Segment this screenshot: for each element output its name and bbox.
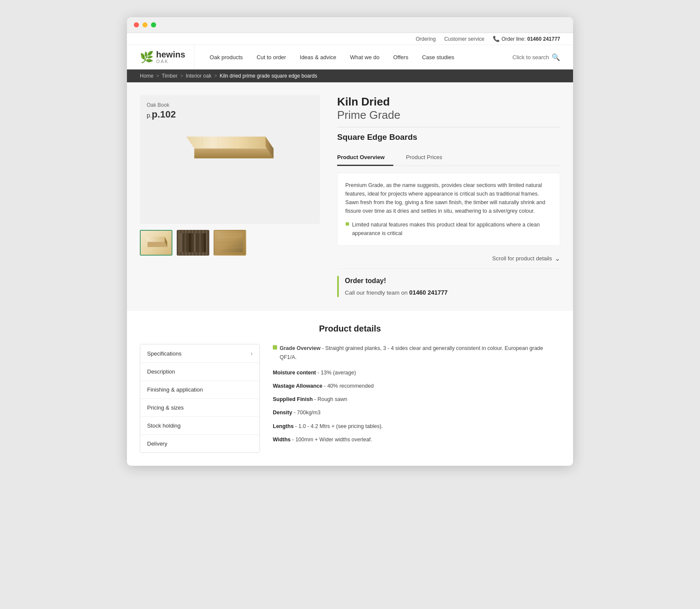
- product-title-line2: Prime Grade: [337, 109, 560, 122]
- svg-rect-15: [199, 233, 201, 252]
- spec-widths: Widths - 100mm + Wider widths overleaf.: [273, 435, 560, 444]
- svg-marker-1: [194, 148, 274, 158]
- svg-marker-8: [148, 242, 167, 247]
- browser-chrome: [127, 17, 573, 33]
- green-square-icon: [273, 345, 277, 350]
- utility-bar: Ordering Customer service 📞 Order line: …: [127, 33, 573, 45]
- accordion-finishing-label: Finishing & application: [147, 386, 203, 393]
- customer-service-link[interactable]: Customer service: [444, 36, 484, 42]
- bullet-item: ■ Limited natural features makes this pr…: [345, 220, 552, 238]
- oak-book-page: p.p.102: [147, 109, 176, 120]
- widths-dash: -: [292, 437, 296, 443]
- tab-prices[interactable]: Product Prices: [406, 150, 451, 166]
- svg-rect-13: [189, 233, 191, 252]
- nav-what-we-do[interactable]: What we do: [343, 46, 386, 68]
- overview-text: Premium Grade, as the name suggests, pro…: [345, 181, 552, 215]
- svg-marker-0: [186, 136, 273, 148]
- density-value: 700kg/m3: [297, 410, 320, 416]
- product-tabs: Product Overview Product Prices: [337, 150, 560, 166]
- close-dot[interactable]: [134, 22, 139, 27]
- accordion-stock-header[interactable]: Stock holding: [140, 417, 259, 434]
- accordion-delivery-header[interactable]: Delivery: [140, 435, 259, 452]
- nav-oak-products[interactable]: Oak products: [203, 46, 250, 68]
- breadcrumb: Home > Timber > Interior oak > Kiln drie…: [127, 69, 573, 82]
- thumb-1[interactable]: [140, 230, 172, 256]
- lengths-label: Lengths: [273, 423, 294, 429]
- spec-moisture: Moisture content - 13% (average): [273, 368, 560, 377]
- product-title-line1: Kiln Dried: [337, 95, 560, 109]
- svg-rect-14: [194, 233, 196, 252]
- accordion-specifications-label: Specifications: [147, 350, 181, 357]
- details-layout: Specifications › Description Finishing &…: [140, 344, 560, 453]
- wastage-value: 40% recommended: [327, 383, 374, 389]
- breadcrumb-home[interactable]: Home: [140, 73, 154, 79]
- breadcrumb-timber[interactable]: Timber: [162, 73, 178, 79]
- section-title: Product details: [140, 324, 560, 334]
- spec-density: Density - 700kg/m3: [273, 408, 560, 417]
- grade-label: Grade Overview: [280, 345, 320, 351]
- moisture-label: Moisture content: [273, 370, 316, 376]
- green-bullet-icon: ■: [345, 220, 350, 227]
- lengths-value: 1.0 - 4.2 Mtrs + (see pricing tables).: [299, 423, 383, 429]
- oak-book-label: Oak Book: [147, 102, 169, 108]
- tab-overview[interactable]: Product Overview: [337, 150, 393, 166]
- accordion-stock-label: Stock holding: [147, 422, 181, 429]
- finish-label: Supplied Finish: [273, 396, 313, 402]
- maximize-dot[interactable]: [151, 22, 156, 27]
- accordion-pricing-header[interactable]: Pricing & sizes: [140, 399, 259, 416]
- density-label: Density: [273, 410, 292, 416]
- widths-label: Widths: [273, 437, 291, 443]
- svg-rect-10: [180, 233, 206, 252]
- svg-marker-7: [145, 237, 167, 242]
- breadcrumb-current: Kiln dried prime grade square edge board…: [220, 73, 317, 79]
- bullet-text: Limited natural features makes this prod…: [352, 220, 552, 238]
- widths-value: 100mm + Wider widths overleaf.: [296, 437, 372, 443]
- spec-finish: Supplied Finish - Rough sawn: [273, 395, 560, 404]
- finish-value: Rough sawn: [317, 396, 347, 402]
- product-image-area: Oak Book p.p.102: [140, 95, 320, 298]
- wastage-label: Wastage Allowance: [273, 383, 323, 389]
- ordering-link[interactable]: Ordering: [416, 36, 436, 42]
- nav-offers[interactable]: Offers: [386, 46, 415, 68]
- minimize-dot[interactable]: [142, 22, 148, 27]
- spec-lengths: Lengths - 1.0 - 4.2 Mtrs + (see pricing …: [273, 422, 560, 431]
- main-nav: 🌿 hewins OAK Oak products Cut to order I…: [127, 45, 573, 69]
- order-line-label: Order line:: [501, 36, 525, 42]
- sep-3: >: [214, 73, 217, 79]
- chevron-down-icon: ⌄: [555, 254, 560, 262]
- breadcrumb-interior-oak[interactable]: Interior oak: [186, 73, 211, 79]
- accordion-delivery-label: Delivery: [147, 440, 167, 447]
- main-image-box: Oak Book p.p.102: [140, 95, 320, 224]
- accordion-description-label: Description: [147, 368, 175, 375]
- accordion-pricing: Pricing & sizes: [140, 399, 259, 417]
- scroll-hint-label: Scroll for product details: [492, 255, 552, 262]
- nav-case-studies[interactable]: Case studies: [415, 46, 461, 68]
- accordion-specifications-header[interactable]: Specifications ›: [140, 344, 259, 362]
- search-area[interactable]: Click to search 🔍: [513, 53, 560, 61]
- browser-window: Ordering Customer service 📞 Order line: …: [127, 17, 573, 466]
- order-callout: Order today! Call our friendly team on 0…: [337, 268, 560, 298]
- grade-overview-item: Grade Overview - Straight grained planks…: [273, 344, 560, 362]
- accordion-finishing-header[interactable]: Finishing & application: [140, 381, 259, 398]
- accordion-description-header[interactable]: Description: [140, 363, 259, 380]
- scroll-hint[interactable]: Scroll for product details ⌄: [337, 253, 560, 268]
- nav-items: Oak products Cut to order Ideas & advice…: [203, 46, 513, 68]
- moisture-dash: -: [317, 370, 321, 376]
- accordion-pricing-label: Pricing & sizes: [147, 404, 184, 411]
- lengths-dash: -: [295, 423, 299, 429]
- thumb-2[interactable]: [177, 230, 209, 256]
- search-icon: 🔍: [552, 53, 560, 61]
- logo-icon: 🌿: [140, 51, 154, 64]
- nav-ideas-advice[interactable]: Ideas & advice: [293, 46, 343, 68]
- svg-rect-12: [184, 233, 186, 252]
- logo-area: 🌿 hewins OAK: [140, 45, 194, 69]
- sep-1: >: [156, 73, 159, 79]
- thumbnails: [140, 230, 320, 256]
- order-phone-number: 01460 241777: [409, 289, 448, 296]
- thumb-3[interactable]: [214, 230, 246, 256]
- page-prefix: p.: [147, 112, 152, 119]
- nav-cut-to-order[interactable]: Cut to order: [250, 46, 293, 68]
- moisture-value: 13% (average): [321, 370, 356, 376]
- order-phone: 01460 241777: [527, 36, 560, 42]
- accordion: Specifications › Description Finishing &…: [140, 344, 260, 453]
